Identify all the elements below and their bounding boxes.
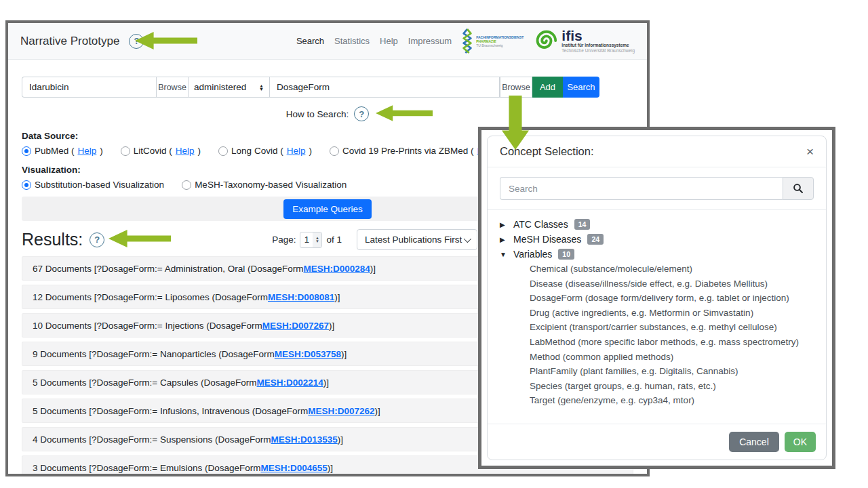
app-header: Narrative Prototype ? Search Statistics … bbox=[8, 23, 647, 60]
nav-statistics[interactable]: Statistics bbox=[334, 36, 370, 46]
long-covid-help-link[interactable]: Help bbox=[287, 146, 306, 156]
add-button[interactable]: Add bbox=[532, 77, 563, 98]
app-title: Narrative Prototype bbox=[20, 35, 119, 48]
result-text: )] bbox=[329, 321, 334, 331]
nav-search[interactable]: Search bbox=[296, 36, 324, 46]
subject-input[interactable] bbox=[22, 77, 156, 98]
result-text: )] bbox=[328, 463, 333, 473]
variable-item-plantfamily[interactable]: PlantFamily (plant families, e.g. Digita… bbox=[500, 364, 814, 379]
radio-icon[interactable] bbox=[121, 146, 130, 156]
stepper-arrows-icon[interactable]: ▲▼ bbox=[313, 232, 321, 247]
radio-icon[interactable] bbox=[22, 146, 31, 156]
option-text: ) bbox=[100, 146, 103, 156]
result-text: )] bbox=[375, 406, 380, 416]
page-number-stepper[interactable]: 1 ▲▼ bbox=[300, 232, 322, 248]
result-text: 5 Documents [?DosageForm:= Infusions, In… bbox=[33, 406, 308, 416]
mesh-link[interactable]: MESH:D053758 bbox=[275, 349, 341, 359]
radio-covid-preprints[interactable]: Covid 19 Pre-Prints via ZBMed (Help) bbox=[330, 146, 502, 156]
option-text: Covid 19 Pre-Prints via ZBMed ( bbox=[342, 146, 474, 156]
relation-select[interactable]: administered ▲▼ bbox=[189, 77, 270, 98]
tree-node-label: MeSH Diseases bbox=[513, 234, 581, 245]
query-builder: Browse administered ▲▼ Browse Add Search bbox=[22, 77, 599, 98]
radio-mesh-taxonomy-viz[interactable]: MeSH-Taxonomy-based Visualization bbox=[182, 180, 347, 190]
litcovid-help-link[interactable]: Help bbox=[176, 146, 195, 156]
ok-button[interactable]: OK bbox=[785, 432, 816, 452]
search-button[interactable]: Search bbox=[563, 77, 599, 98]
browse-subject-button[interactable]: Browse bbox=[156, 77, 189, 98]
radio-icon[interactable] bbox=[182, 180, 191, 190]
sort-order-select[interactable]: Latest Publications First bbox=[357, 229, 477, 250]
mesh-link[interactable]: MESH:D008081 bbox=[268, 292, 334, 302]
caret-down-icon[interactable]: ▼ bbox=[500, 251, 513, 258]
page-number-value[interactable]: 1 bbox=[300, 232, 313, 247]
variable-item-excipient[interactable]: Excipient (transport/carrier substances,… bbox=[500, 320, 814, 335]
caret-right-icon[interactable]: ▶ bbox=[500, 236, 513, 243]
variable-item-chemical[interactable]: Chemical (substance/molecule/element) bbox=[500, 262, 814, 277]
variable-item-labmethod[interactable]: LabMethod (more specific labor methods, … bbox=[500, 335, 814, 350]
mesh-link[interactable]: MESH:D007267 bbox=[262, 321, 329, 331]
page-of-label: of 1 bbox=[326, 235, 342, 245]
concept-tree: ▶ ATC Classes 14 ▶ MeSH Diseases 24 ▼ Va… bbox=[500, 217, 814, 408]
mesh-link[interactable]: MESH:D002214 bbox=[257, 378, 323, 388]
result-text: )] bbox=[341, 349, 347, 359]
variable-item-dosageform[interactable]: DosageForm (dosage form/delivery form, e… bbox=[500, 291, 814, 306]
help-icon[interactable]: ? bbox=[90, 232, 104, 247]
spiral-icon bbox=[532, 28, 557, 54]
variable-item-method[interactable]: Method (common applied methods) bbox=[500, 350, 814, 365]
annotation-arrow-left-icon bbox=[108, 230, 171, 250]
snake-staff-icon bbox=[461, 27, 473, 56]
option-text: Substitution-based Visualization bbox=[35, 180, 164, 190]
caret-right-icon[interactable]: ▶ bbox=[500, 221, 513, 228]
result-text: 12 Documents [?DosageForm:= Liposomes (D… bbox=[33, 292, 268, 302]
radio-substitution-viz[interactable]: Substitution-based Visualization bbox=[22, 180, 164, 190]
result-text: )] bbox=[338, 434, 343, 445]
radio-icon[interactable] bbox=[22, 180, 31, 190]
results-toolbar: Results: ? Page: 1 ▲▼ of 1 Latest Public… bbox=[22, 229, 477, 250]
annotation-arrow-down-icon bbox=[499, 96, 532, 150]
ifis-logo: ifis Institut für Informationssysteme Te… bbox=[532, 28, 635, 54]
variable-item-disease[interactable]: Disease (disease/illness/side effect, e.… bbox=[500, 277, 814, 291]
result-text: 5 Documents [?DosageForm:= Capsules (Dos… bbox=[33, 378, 257, 388]
variable-item-target[interactable]: Target (gene/enzyme, e.g. cyp3a4, mtor) bbox=[500, 393, 814, 408]
result-text: 67 Documents [?DosageForm:= Administrati… bbox=[33, 264, 304, 274]
annotation-arrow-left-icon bbox=[135, 32, 197, 49]
results-title: Results: bbox=[22, 230, 83, 249]
radio-pubmed[interactable]: PubMed (Help) bbox=[22, 146, 103, 156]
option-text: PubMed ( bbox=[35, 146, 75, 156]
top-nav: Search Statistics Help Impressum bbox=[296, 36, 452, 46]
mesh-link[interactable]: MESH:D000284 bbox=[304, 264, 370, 274]
result-text: 9 Documents [?DosageForm:= Nanoparticles… bbox=[33, 349, 275, 359]
mesh-link[interactable]: MESH:D004655 bbox=[261, 463, 328, 473]
count-badge: 24 bbox=[587, 234, 604, 245]
mesh-link[interactable]: MESH:D013535 bbox=[271, 434, 338, 445]
radio-icon[interactable] bbox=[218, 146, 228, 156]
select-updown-icon: ▲▼ bbox=[259, 84, 264, 91]
cancel-button[interactable]: Cancel bbox=[729, 432, 779, 452]
fid-pharmazie-logo: FACHINFORMATIONSDIENST PHARMAZIE TU Brau… bbox=[461, 27, 524, 56]
ifis-logo-line1: Institut für Informationssysteme bbox=[561, 43, 635, 48]
concept-search-button[interactable] bbox=[783, 177, 814, 200]
variable-item-species[interactable]: Species (target groups, e.g. human, rats… bbox=[500, 379, 814, 394]
option-text: ) bbox=[309, 146, 312, 156]
concept-search-group bbox=[500, 177, 814, 200]
radio-litcovid[interactable]: LitCovid (Help) bbox=[121, 146, 201, 156]
help-icon[interactable]: ? bbox=[354, 106, 369, 121]
close-icon[interactable]: × bbox=[806, 146, 814, 157]
how-to-search-row: How to Search: ? bbox=[8, 106, 647, 122]
mesh-link[interactable]: MESH:D007262 bbox=[308, 406, 374, 416]
nav-impressum[interactable]: Impressum bbox=[408, 36, 452, 46]
nav-help[interactable]: Help bbox=[380, 36, 398, 46]
object-input[interactable] bbox=[270, 77, 500, 98]
dialog-body: ▶ ATC Classes 14 ▶ MeSH Diseases 24 ▼ Va… bbox=[488, 167, 826, 424]
tree-node-mesh-diseases[interactable]: ▶ MeSH Diseases 24 bbox=[500, 232, 814, 247]
how-to-search-label: How to Search: bbox=[286, 109, 349, 119]
variable-item-drug[interactable]: Drug (active ingredients, e.g. Metformin… bbox=[500, 306, 814, 321]
pubmed-help-link[interactable]: Help bbox=[78, 146, 97, 156]
tree-node-variables[interactable]: ▼ Variables 10 bbox=[500, 247, 814, 262]
example-queries-button[interactable]: Example Queries bbox=[283, 199, 372, 219]
browse-object-button[interactable]: Browse bbox=[500, 77, 532, 98]
radio-icon[interactable] bbox=[330, 146, 339, 156]
concept-search-input[interactable] bbox=[500, 177, 783, 200]
radio-long-covid[interactable]: Long Covid (Help) bbox=[218, 146, 312, 156]
tree-node-atc-classes[interactable]: ▶ ATC Classes 14 bbox=[500, 217, 814, 232]
